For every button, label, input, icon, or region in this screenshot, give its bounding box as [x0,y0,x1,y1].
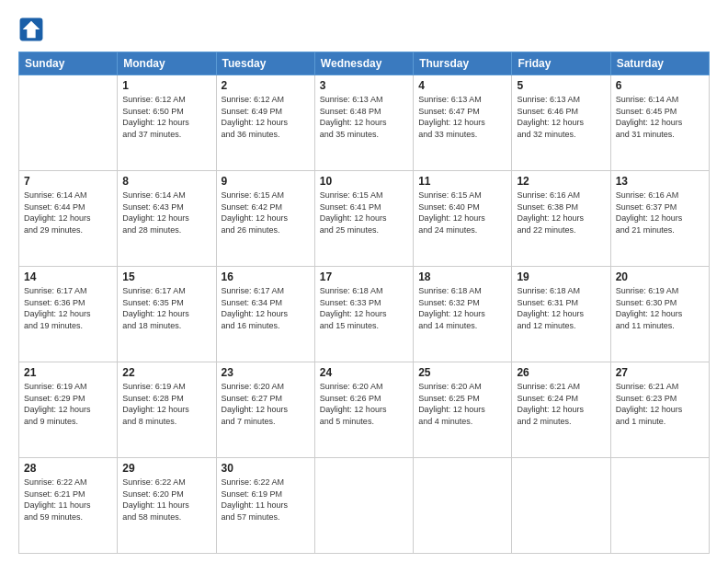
day-info: Sunrise: 6:13 AMSunset: 6:47 PMDaylight:… [418,94,506,140]
header [18,17,710,42]
day-number: 26 [517,366,605,379]
calendar-cell: 12Sunrise: 6:16 AMSunset: 6:38 PMDayligh… [512,171,610,267]
day-number: 6 [616,79,704,92]
day-info: Sunrise: 6:15 AMSunset: 6:41 PMDaylight:… [320,190,408,236]
calendar-cell: 25Sunrise: 6:20 AMSunset: 6:25 PMDayligh… [414,362,512,458]
calendar-cell: 22Sunrise: 6:19 AMSunset: 6:28 PMDayligh… [118,362,216,458]
calendar-cell [414,458,512,554]
calendar-header-monday: Monday [118,52,216,75]
day-info: Sunrise: 6:13 AMSunset: 6:46 PMDaylight:… [517,94,605,140]
day-number: 23 [222,366,310,379]
day-info: Sunrise: 6:15 AMSunset: 6:42 PMDaylight:… [222,190,310,236]
day-number: 1 [122,79,210,92]
day-info: Sunrise: 6:12 AMSunset: 6:49 PMDaylight:… [222,94,310,140]
calendar-cell: 17Sunrise: 6:18 AMSunset: 6:33 PMDayligh… [314,267,413,362]
day-number: 11 [418,175,506,188]
calendar-cell: 28Sunrise: 6:22 AMSunset: 6:21 PMDayligh… [19,458,118,554]
calendar-cell: 5Sunrise: 6:13 AMSunset: 6:46 PMDaylight… [512,75,610,171]
day-number: 5 [517,79,605,92]
calendar-cell: 3Sunrise: 6:13 AMSunset: 6:48 PMDaylight… [314,75,413,171]
day-info: Sunrise: 6:20 AMSunset: 6:25 PMDaylight:… [418,381,506,427]
day-number: 15 [122,270,210,283]
day-info: Sunrise: 6:18 AMSunset: 6:32 PMDaylight:… [418,285,506,331]
day-number: 12 [517,175,605,188]
logo-icon [18,17,44,42]
calendar-cell: 11Sunrise: 6:15 AMSunset: 6:40 PMDayligh… [414,171,512,267]
day-number: 28 [24,462,112,475]
calendar-cell [512,458,610,554]
day-number: 7 [24,175,112,188]
calendar-header-tuesday: Tuesday [216,52,314,75]
calendar-cell: 24Sunrise: 6:20 AMSunset: 6:26 PMDayligh… [314,362,413,458]
day-info: Sunrise: 6:19 AMSunset: 6:29 PMDaylight:… [24,381,112,427]
calendar-week-1: 1Sunrise: 6:12 AMSunset: 6:50 PMDaylight… [19,75,710,171]
calendar-header-thursday: Thursday [414,52,512,75]
calendar-cell [19,75,118,171]
calendar-cell: 7Sunrise: 6:14 AMSunset: 6:44 PMDaylight… [19,171,118,267]
calendar-week-5: 28Sunrise: 6:22 AMSunset: 6:21 PMDayligh… [19,458,710,554]
day-number: 8 [122,175,210,188]
day-number: 22 [122,366,210,379]
day-number: 2 [222,79,310,92]
day-number: 27 [616,366,704,379]
calendar-cell [610,458,709,554]
day-number: 14 [24,270,112,283]
day-info: Sunrise: 6:16 AMSunset: 6:37 PMDaylight:… [616,190,704,236]
calendar-cell: 16Sunrise: 6:17 AMSunset: 6:34 PMDayligh… [216,267,314,362]
calendar-cell: 10Sunrise: 6:15 AMSunset: 6:41 PMDayligh… [314,171,413,267]
day-info: Sunrise: 6:16 AMSunset: 6:38 PMDaylight:… [517,190,605,236]
day-info: Sunrise: 6:19 AMSunset: 6:28 PMDaylight:… [122,381,210,427]
day-info: Sunrise: 6:17 AMSunset: 6:35 PMDaylight:… [122,285,210,331]
calendar-table: SundayMondayTuesdayWednesdayThursdayFrid… [18,52,710,554]
day-number: 9 [222,175,310,188]
calendar-cell: 8Sunrise: 6:14 AMSunset: 6:43 PMDaylight… [118,171,216,267]
calendar-cell: 27Sunrise: 6:21 AMSunset: 6:23 PMDayligh… [610,362,709,458]
day-info: Sunrise: 6:20 AMSunset: 6:27 PMDaylight:… [222,381,310,427]
calendar-header-wednesday: Wednesday [314,52,413,75]
day-info: Sunrise: 6:14 AMSunset: 6:43 PMDaylight:… [122,190,210,236]
day-number: 17 [320,270,408,283]
calendar-header-row: SundayMondayTuesdayWednesdayThursdayFrid… [19,52,710,75]
calendar-cell: 20Sunrise: 6:19 AMSunset: 6:30 PMDayligh… [610,267,709,362]
day-number: 29 [122,462,210,475]
calendar-cell: 19Sunrise: 6:18 AMSunset: 6:31 PMDayligh… [512,267,610,362]
day-info: Sunrise: 6:17 AMSunset: 6:36 PMDaylight:… [24,285,112,331]
day-info: Sunrise: 6:18 AMSunset: 6:31 PMDaylight:… [517,285,605,331]
calendar-cell: 14Sunrise: 6:17 AMSunset: 6:36 PMDayligh… [19,267,118,362]
day-info: Sunrise: 6:13 AMSunset: 6:48 PMDaylight:… [320,94,408,140]
calendar-header-friday: Friday [512,52,610,75]
calendar-cell: 1Sunrise: 6:12 AMSunset: 6:50 PMDaylight… [118,75,216,171]
calendar-cell: 23Sunrise: 6:20 AMSunset: 6:27 PMDayligh… [216,362,314,458]
calendar-cell: 13Sunrise: 6:16 AMSunset: 6:37 PMDayligh… [610,171,709,267]
day-number: 20 [616,270,704,283]
day-info: Sunrise: 6:22 AMSunset: 6:19 PMDaylight:… [222,477,310,523]
day-info: Sunrise: 6:17 AMSunset: 6:34 PMDaylight:… [222,285,310,331]
calendar-cell: 9Sunrise: 6:15 AMSunset: 6:42 PMDaylight… [216,171,314,267]
calendar-cell: 21Sunrise: 6:19 AMSunset: 6:29 PMDayligh… [19,362,118,458]
calendar-week-3: 14Sunrise: 6:17 AMSunset: 6:36 PMDayligh… [19,267,710,362]
calendar-cell: 15Sunrise: 6:17 AMSunset: 6:35 PMDayligh… [118,267,216,362]
day-number: 13 [616,175,704,188]
day-number: 3 [320,79,408,92]
page: SundayMondayTuesdayWednesdayThursdayFrid… [0,0,728,563]
day-number: 25 [418,366,506,379]
day-info: Sunrise: 6:22 AMSunset: 6:21 PMDaylight:… [24,477,112,523]
logo [18,17,48,42]
day-number: 24 [320,366,408,379]
calendar-cell: 18Sunrise: 6:18 AMSunset: 6:32 PMDayligh… [414,267,512,362]
day-info: Sunrise: 6:20 AMSunset: 6:26 PMDaylight:… [320,381,408,427]
day-number: 10 [320,175,408,188]
calendar-header-saturday: Saturday [610,52,709,75]
calendar-cell: 26Sunrise: 6:21 AMSunset: 6:24 PMDayligh… [512,362,610,458]
calendar-header-sunday: Sunday [19,52,118,75]
day-number: 18 [418,270,506,283]
calendar-cell: 4Sunrise: 6:13 AMSunset: 6:47 PMDaylight… [414,75,512,171]
day-number: 19 [517,270,605,283]
day-info: Sunrise: 6:14 AMSunset: 6:44 PMDaylight:… [24,190,112,236]
day-info: Sunrise: 6:12 AMSunset: 6:50 PMDaylight:… [122,94,210,140]
calendar-cell [314,458,413,554]
day-info: Sunrise: 6:22 AMSunset: 6:20 PMDaylight:… [122,477,210,523]
calendar-cell: 30Sunrise: 6:22 AMSunset: 6:19 PMDayligh… [216,458,314,554]
calendar-cell: 2Sunrise: 6:12 AMSunset: 6:49 PMDaylight… [216,75,314,171]
day-number: 4 [418,79,506,92]
